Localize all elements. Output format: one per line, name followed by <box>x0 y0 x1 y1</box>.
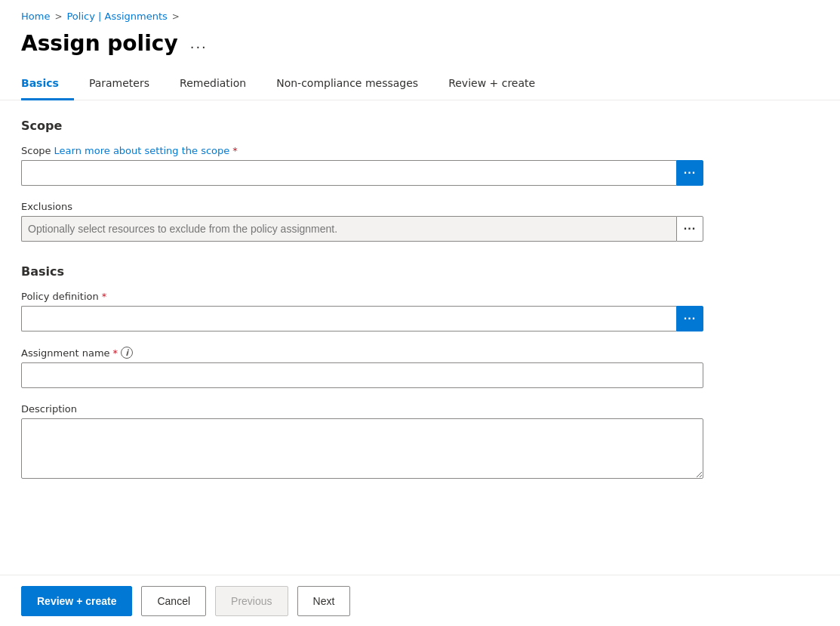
review-create-button[interactable]: Review + create <box>21 586 132 616</box>
breadcrumb: Home > Policy | Assignments > <box>0 0 840 28</box>
tabs-bar: Basics Parameters Remediation Non-compli… <box>0 69 840 100</box>
scope-field-group: Scope Learn more about setting the scope… <box>21 145 703 186</box>
exclusions-input[interactable] <box>21 216 676 242</box>
description-textarea[interactable] <box>21 418 703 479</box>
description-label-text: Description <box>21 403 77 415</box>
scope-required-marker: * <box>232 145 238 156</box>
scope-input-row: ··· <box>21 160 703 186</box>
policy-definition-browse-button[interactable]: ··· <box>676 306 703 332</box>
page-title: Assign policy <box>21 31 178 56</box>
scope-section-title: Scope <box>21 119 703 133</box>
exclusions-label-text: Exclusions <box>21 201 72 212</box>
policy-definition-required: * <box>102 291 107 302</box>
main-content: Scope Scope Learn more about setting the… <box>0 100 725 572</box>
page-ellipsis-menu[interactable]: ... <box>186 34 212 53</box>
policy-definition-label-text: Policy definition <box>21 291 99 302</box>
policy-definition-input-row: ··· <box>21 306 703 332</box>
page-title-area: Assign policy ... <box>0 28 840 69</box>
assignment-name-label-text: Assignment name <box>21 347 110 359</box>
description-label: Description <box>21 403 703 415</box>
scope-browse-dots: ··· <box>684 166 696 180</box>
breadcrumb-policy-assignments[interactable]: Policy | Assignments <box>66 11 167 22</box>
breadcrumb-home[interactable]: Home <box>21 11 50 22</box>
assignment-name-info-icon: i <box>121 347 133 359</box>
scope-section: Scope Scope Learn more about setting the… <box>21 119 703 242</box>
tab-remediation[interactable]: Remediation <box>165 69 261 100</box>
policy-definition-browse-dots: ··· <box>684 312 696 325</box>
exclusions-input-row: ··· <box>21 216 703 242</box>
scope-field-label: Scope Learn more about setting the scope… <box>21 145 703 156</box>
breadcrumb-sep-2: > <box>172 11 180 22</box>
assignment-name-required: * <box>113 347 118 359</box>
scope-label-text: Scope <box>21 145 51 156</box>
tab-non-compliance[interactable]: Non-compliance messages <box>261 69 433 100</box>
scope-input[interactable] <box>21 160 676 186</box>
breadcrumb-sep-1: > <box>54 11 62 22</box>
exclusions-browse-dots: ··· <box>684 222 696 236</box>
policy-definition-field-group: Policy definition * ··· <box>21 291 703 332</box>
next-button[interactable]: Next <box>297 586 351 616</box>
basics-section-title: Basics <box>21 264 703 279</box>
exclusions-field-group: Exclusions ··· <box>21 201 703 242</box>
previous-button: Previous <box>215 586 288 616</box>
tab-review-create[interactable]: Review + create <box>433 69 550 100</box>
exclusions-field-label: Exclusions <box>21 201 703 212</box>
policy-definition-input[interactable] <box>21 306 676 332</box>
tab-basics[interactable]: Basics <box>21 69 74 100</box>
scope-browse-button[interactable]: ··· <box>676 160 703 186</box>
tab-parameters[interactable]: Parameters <box>74 69 165 100</box>
assignment-name-input[interactable] <box>21 362 703 388</box>
policy-definition-label: Policy definition * <box>21 291 703 302</box>
footer: Review + create Cancel Previous Next <box>0 575 840 626</box>
cancel-button[interactable]: Cancel <box>141 586 206 616</box>
basics-section: Basics Policy definition * ··· Assignmen… <box>21 264 703 481</box>
scope-learn-link[interactable]: Learn more about setting the scope <box>54 145 230 156</box>
exclusions-browse-button[interactable]: ··· <box>676 216 703 242</box>
description-field-group: Description <box>21 403 703 481</box>
assignment-name-label: Assignment name * i <box>21 347 703 359</box>
assignment-name-field-group: Assignment name * i <box>21 347 703 388</box>
